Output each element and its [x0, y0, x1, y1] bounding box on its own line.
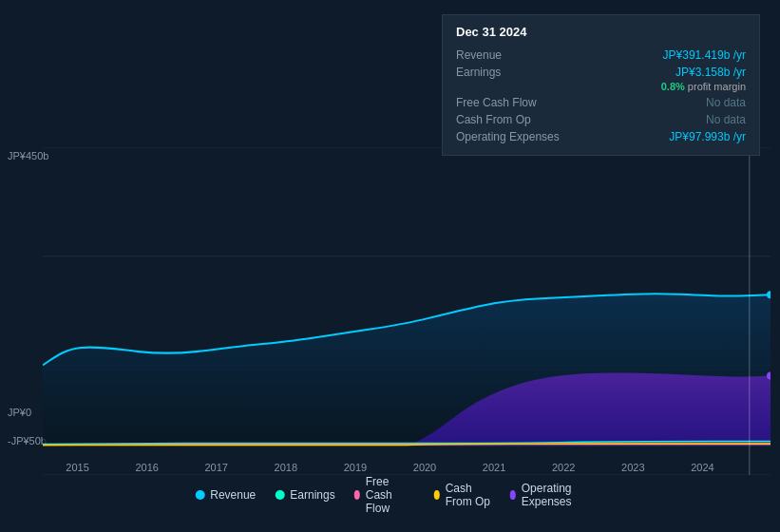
fcf-dot-legend	[354, 490, 360, 500]
tooltip-fcf-label: Free Cash Flow	[456, 96, 537, 109]
legend: Revenue Earnings Free Cash Flow Cash Fro…	[195, 475, 585, 515]
tooltip-profit-label: profit margin	[685, 81, 746, 92]
earnings-dot-legend	[275, 490, 284, 500]
legend-item-earnings[interactable]: Earnings	[275, 488, 334, 502]
chart-area	[43, 147, 770, 475]
tooltip-earnings-label: Earnings	[456, 66, 501, 79]
tooltip-row-fcf: Free Cash Flow No data	[456, 94, 746, 111]
tooltip-row-revenue: Revenue JP¥391.419b /yr	[456, 47, 746, 64]
x-label-2015: 2015	[66, 462, 88, 473]
tooltip-cash-from-op-value: No data	[706, 113, 746, 126]
x-label-2019: 2019	[344, 462, 367, 473]
y-label-n50: -JP¥50b	[8, 435, 47, 446]
chart-container: Dec 31 2024 Revenue JP¥391.419b /yr Earn…	[0, 0, 780, 532]
cash-from-op-dot-legend	[434, 490, 440, 500]
legend-label-opex: Operating Expenses	[522, 482, 585, 508]
x-label-2020: 2020	[413, 462, 436, 473]
x-label-2017: 2017	[204, 462, 227, 473]
tooltip-earnings-value: JP¥3.158b /yr	[675, 66, 746, 79]
tooltip-revenue-label: Revenue	[456, 48, 502, 62]
chart-svg	[43, 147, 770, 475]
tooltip-opex-value: JP¥97.993b /yr	[669, 130, 746, 143]
tooltip-revenue-value: JP¥391.419b /yr	[663, 48, 746, 62]
opex-dot-legend	[510, 490, 516, 500]
legend-label-fcf: Free Cash Flow	[366, 475, 415, 515]
tooltip-fcf-value: No data	[706, 96, 746, 109]
legend-item-revenue[interactable]: Revenue	[195, 488, 256, 502]
tooltip-date: Dec 31 2024	[456, 25, 746, 39]
legend-item-opex[interactable]: Operating Expenses	[510, 482, 585, 508]
legend-item-cash-from-op[interactable]: Cash From Op	[434, 482, 491, 508]
tooltip-row-cash-from-op: Cash From Op No data	[456, 111, 746, 128]
tooltip-row-opex: Operating Expenses JP¥97.993b /yr	[456, 128, 746, 145]
tooltip-profit-margin-row: 0.8% profit margin	[456, 81, 746, 94]
x-label-2016: 2016	[135, 462, 158, 473]
x-label-2022: 2022	[552, 462, 575, 473]
x-label-2021: 2021	[483, 462, 505, 473]
legend-label-revenue: Revenue	[210, 488, 256, 502]
y-label-0: JP¥0	[8, 407, 31, 418]
legend-label-cash-from-op: Cash From Op	[446, 482, 491, 508]
x-label-2018: 2018	[275, 462, 297, 473]
x-label-2024: 2024	[691, 462, 713, 473]
tooltip-opex-label: Operating Expenses	[456, 130, 560, 143]
revenue-dot-legend	[195, 490, 204, 500]
legend-item-fcf[interactable]: Free Cash Flow	[354, 475, 415, 515]
x-label-2023: 2023	[621, 462, 644, 473]
tooltip-row-earnings: Earnings JP¥3.158b /yr	[456, 64, 746, 81]
tooltip-profit-value: 0.8%	[661, 81, 685, 92]
x-labels: 2015 2016 2017 2018 2019 2020 2021 2022 …	[0, 462, 780, 473]
tooltip-cash-from-op-label: Cash From Op	[456, 113, 531, 126]
legend-label-earnings: Earnings	[290, 488, 334, 502]
tooltip: Dec 31 2024 Revenue JP¥391.419b /yr Earn…	[442, 14, 760, 156]
